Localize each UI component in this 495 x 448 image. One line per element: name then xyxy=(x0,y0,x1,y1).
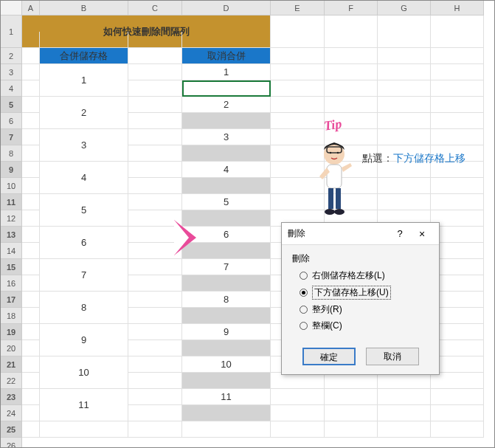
cell[interactable] xyxy=(128,162,182,178)
cell[interactable]: 2 xyxy=(182,97,271,113)
cell[interactable] xyxy=(22,308,40,324)
cell[interactable] xyxy=(22,48,40,64)
radio-entire-row[interactable]: 整列(R) xyxy=(300,303,429,316)
cell[interactable] xyxy=(22,97,40,113)
radio-shift-up[interactable]: 下方儲存格上移(U) xyxy=(300,286,429,300)
selected-blank-cell[interactable] xyxy=(182,405,271,421)
row-header[interactable]: 25 xyxy=(1,421,22,438)
cell[interactable] xyxy=(431,80,484,97)
merged-cell[interactable]: 9 xyxy=(40,324,128,356)
merged-cell[interactable]: 2 xyxy=(40,97,128,129)
cell[interactable] xyxy=(378,178,431,194)
col-header[interactable]: C xyxy=(128,1,182,15)
row-header[interactable]: 21 xyxy=(1,356,22,373)
row-header[interactable]: 22 xyxy=(1,373,22,389)
selected-blank-cell[interactable] xyxy=(182,340,271,356)
cell[interactable] xyxy=(22,194,40,210)
cell[interactable]: 11 xyxy=(182,389,271,405)
selected-blank-cell[interactable] xyxy=(182,275,271,292)
cell[interactable] xyxy=(22,389,40,405)
cell[interactable] xyxy=(128,178,182,194)
row-header[interactable]: 7 xyxy=(1,129,22,145)
cell[interactable] xyxy=(431,405,484,421)
row-header[interactable]: 23 xyxy=(1,389,22,405)
row-header[interactable]: 9 xyxy=(1,162,22,178)
cell[interactable] xyxy=(325,389,378,405)
cell[interactable] xyxy=(271,113,325,129)
row-header[interactable]: 4 xyxy=(1,80,22,97)
cell[interactable] xyxy=(325,48,378,64)
col-header[interactable]: H xyxy=(431,1,484,15)
cell[interactable] xyxy=(22,113,40,129)
cell[interactable]: 7 xyxy=(182,259,271,275)
cell[interactable] xyxy=(378,48,431,64)
cell[interactable] xyxy=(128,405,182,421)
cell[interactable] xyxy=(431,97,484,113)
selected-blank-cell[interactable] xyxy=(182,373,271,389)
cell[interactable] xyxy=(128,421,182,438)
col-header[interactable]: E xyxy=(271,1,325,15)
cell[interactable] xyxy=(325,80,378,97)
cell[interactable] xyxy=(22,129,40,145)
row-header[interactable]: 13 xyxy=(1,227,22,243)
cell[interactable] xyxy=(431,64,484,80)
row-header[interactable]: 19 xyxy=(1,324,22,340)
cell[interactable] xyxy=(22,275,40,292)
cell[interactable]: 8 xyxy=(182,292,271,308)
row-header[interactable]: 14 xyxy=(1,243,22,259)
cell[interactable] xyxy=(271,389,325,405)
cell[interactable] xyxy=(22,356,40,373)
cell[interactable] xyxy=(128,64,182,80)
cell[interactable]: 5 xyxy=(182,194,271,210)
selected-blank-cell[interactable] xyxy=(182,308,271,324)
cell[interactable] xyxy=(22,32,40,48)
cell[interactable] xyxy=(378,405,431,421)
col-header[interactable]: F xyxy=(325,1,378,15)
cell[interactable] xyxy=(22,210,40,227)
help-icon[interactable]: ? xyxy=(389,228,411,239)
cell[interactable] xyxy=(182,32,271,48)
cell[interactable] xyxy=(271,421,325,438)
active-cell[interactable] xyxy=(182,80,271,97)
cell[interactable] xyxy=(128,340,182,356)
cell[interactable] xyxy=(22,162,40,178)
cell[interactable] xyxy=(325,32,378,48)
cell[interactable]: 9 xyxy=(182,324,271,340)
cell[interactable] xyxy=(271,32,325,48)
selected-blank-cell[interactable] xyxy=(182,178,271,194)
cell[interactable] xyxy=(431,194,484,210)
dialog-titlebar[interactable]: 刪除 ? × xyxy=(282,223,439,245)
cell[interactable] xyxy=(378,64,431,80)
cell[interactable] xyxy=(22,340,40,356)
cell[interactable] xyxy=(22,243,40,259)
cell[interactable] xyxy=(378,373,431,389)
cell[interactable] xyxy=(22,64,40,80)
cell[interactable]: 3 xyxy=(182,129,271,145)
row-header[interactable]: 17 xyxy=(1,292,22,308)
merged-cell[interactable]: 1 xyxy=(40,64,128,97)
cell[interactable] xyxy=(22,80,40,97)
cell[interactable] xyxy=(431,32,484,48)
selected-blank-cell[interactable] xyxy=(182,113,271,129)
cell[interactable] xyxy=(431,113,484,129)
row-header[interactable]: 1 xyxy=(1,15,22,48)
merged-cell[interactable]: 11 xyxy=(40,389,128,421)
merged-cell[interactable]: 8 xyxy=(40,292,128,324)
merged-cell[interactable]: 7 xyxy=(40,259,128,292)
row-header[interactable]: 12 xyxy=(1,210,22,227)
cell[interactable] xyxy=(271,405,325,421)
cell[interactable] xyxy=(271,97,325,113)
cell[interactable] xyxy=(378,32,431,48)
cell[interactable] xyxy=(378,129,431,145)
cell[interactable] xyxy=(271,80,325,97)
cell[interactable] xyxy=(40,421,128,438)
radio-shift-left[interactable]: 右側儲存格左移(L) xyxy=(300,269,429,282)
row-header[interactable]: 6 xyxy=(1,113,22,129)
cell[interactable] xyxy=(378,389,431,405)
row-header[interactable]: 10 xyxy=(1,178,22,194)
row-header[interactable]: 5 xyxy=(1,97,22,113)
select-all-corner[interactable] xyxy=(1,1,22,15)
selected-blank-cell[interactable] xyxy=(182,145,271,162)
cell[interactable] xyxy=(128,356,182,373)
cell[interactable] xyxy=(271,373,325,389)
